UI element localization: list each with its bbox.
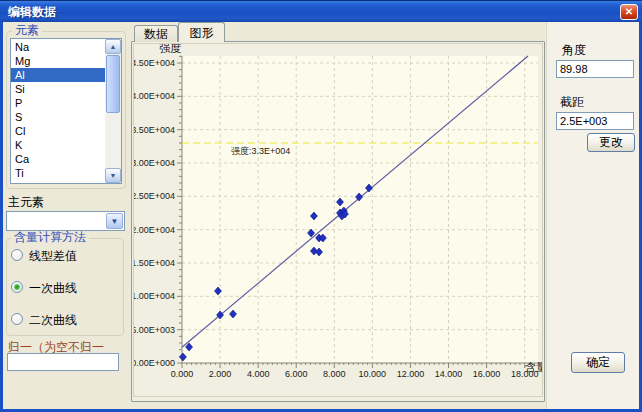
x-tick-label: 14.000: [435, 369, 463, 379]
intercept-label: 截距: [560, 94, 584, 111]
x-axis-title: 含量: [525, 361, 542, 373]
y-tick-label: 5.00E+003: [134, 325, 175, 335]
radio-circle-icon[interactable]: [11, 281, 23, 293]
x-tick-label: 10.000: [359, 369, 387, 379]
element-item-Cl[interactable]: Cl: [11, 124, 105, 138]
element-item-Mg[interactable]: Mg: [11, 54, 105, 68]
normalize-input[interactable]: [7, 353, 119, 371]
elements-group-caption: 元素: [12, 24, 42, 37]
element-list: NaMgAlSiPSClKCaTi: [11, 40, 105, 180]
y-axis-title: 强度: [159, 44, 181, 54]
x-tick-label: 4.000: [247, 369, 270, 379]
scatter-plot: 0.0002.0004.0006.0008.00010.00012.00014.…: [134, 44, 542, 396]
tab-data[interactable]: 数据: [134, 25, 178, 42]
y-tick-label: 3.50E+004: [134, 125, 175, 135]
radio-dot-icon: [15, 285, 19, 289]
element-item-Ti[interactable]: Ti: [11, 166, 105, 180]
main-element-label: 主元素: [8, 194, 44, 211]
marker-line-label: 强度:3.3E+004: [231, 146, 290, 156]
y-tick-label: 2.50E+004: [134, 191, 175, 201]
radio-method-label: 二次曲线: [29, 312, 77, 329]
ok-button[interactable]: 确定: [571, 352, 625, 373]
element-item-Ca[interactable]: Ca: [11, 152, 105, 166]
element-item-Si[interactable]: Si: [11, 82, 105, 96]
scroll-down-icon[interactable]: ▼: [105, 168, 121, 183]
scrollbar-thumb[interactable]: [106, 55, 120, 113]
radio-method-0[interactable]: 线型差值: [11, 247, 111, 263]
right-panel: [546, 22, 639, 409]
main-element-combobox[interactable]: ▼: [6, 211, 125, 231]
y-tick-label: 2.00E+004: [134, 225, 175, 235]
element-item-P[interactable]: P: [11, 96, 105, 110]
intensity-content-chart: 0.0002.0004.0006.0008.00010.00012.00014.…: [133, 43, 543, 397]
plot-area: [182, 56, 538, 363]
edit-data-dialog: 编辑数据 ✕ 元素 NaMgAlSiPSClKCaTi ▲ ▼ 主元素 ▼ 含量…: [0, 0, 642, 412]
y-tick-label: 1.50E+004: [134, 258, 175, 268]
element-item-S[interactable]: S: [11, 110, 105, 124]
title-bar[interactable]: 编辑数据 ✕: [0, 0, 642, 22]
radio-method-2[interactable]: 二次曲线: [11, 311, 111, 327]
element-item-Na[interactable]: Na: [11, 40, 105, 54]
x-tick-label: 2.000: [209, 369, 232, 379]
radio-method-1[interactable]: 一次曲线: [11, 279, 111, 295]
x-tick-label: 0.000: [171, 369, 194, 379]
x-tick-label: 6.000: [285, 369, 308, 379]
radio-circle-icon[interactable]: [11, 249, 23, 261]
element-listbox[interactable]: NaMgAlSiPSClKCaTi ▲ ▼: [10, 38, 122, 184]
y-tick-label: 0.00E+000: [134, 358, 175, 368]
close-icon[interactable]: ✕: [620, 4, 638, 20]
y-tick-label: 1.00E+004: [134, 291, 175, 301]
method-group-caption: 含量计算方法: [11, 231, 89, 244]
tab-graph[interactable]: 图形: [178, 22, 225, 42]
radio-method-label: 一次曲线: [29, 280, 77, 297]
x-tick-label: 12.000: [397, 369, 425, 379]
angle-label: 角度: [562, 42, 586, 59]
y-tick-label: 3.00E+004: [134, 158, 175, 168]
y-tick-label: 4.50E+004: [134, 58, 175, 68]
x-tick-label: 8.000: [323, 369, 346, 379]
change-button[interactable]: 更改: [587, 133, 635, 152]
element-item-Al[interactable]: Al: [11, 68, 105, 82]
scroll-up-icon[interactable]: ▲: [105, 39, 121, 54]
y-tick-label: 4.00E+004: [134, 91, 175, 101]
window-title: 编辑数据: [8, 1, 56, 23]
chevron-down-icon[interactable]: ▼: [106, 213, 123, 229]
radio-method-label: 线型差值: [29, 248, 77, 265]
element-list-scrollbar[interactable]: ▲ ▼: [105, 39, 121, 183]
intercept-input[interactable]: [556, 112, 634, 130]
angle-input[interactable]: [556, 60, 634, 78]
radio-circle-icon[interactable]: [11, 313, 23, 325]
element-item-K[interactable]: K: [11, 138, 105, 152]
x-tick-label: 16.000: [473, 369, 501, 379]
